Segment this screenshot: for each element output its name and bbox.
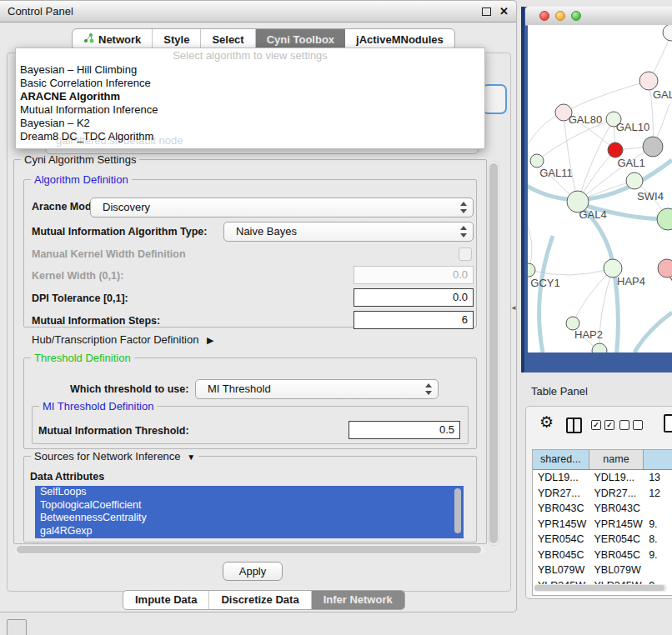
column-header-name[interactable]: name: [589, 450, 644, 469]
tab-cyni-toolbox[interactable]: Cyni Toolbox: [256, 29, 345, 49]
tab-infer-network[interactable]: Infer Network: [312, 591, 404, 609]
attributes-list-scrollbar[interactable]: [454, 488, 461, 533]
window-frame-edge: [521, 7, 524, 372]
minimize-traffic-light[interactable]: [555, 11, 565, 21]
list-item-gal4rgexp[interactable]: gal4RGexp: [35, 525, 464, 538]
algorithm-option-bayesian-hill-climbing[interactable]: Bayesian – Hill Climbing: [16, 63, 484, 77]
tab-impute-data[interactable]: Impute Data: [123, 591, 209, 609]
tab-jactivemnodules[interactable]: jActiveMNodules: [345, 29, 454, 49]
node-label-hap2: HAP2: [574, 328, 603, 341]
algorithm-option-mutual-information-inference[interactable]: Mutual Information Inference: [16, 103, 484, 117]
expand-right-icon[interactable]: ▶: [207, 335, 213, 345]
manual-kernel-label: Manual Kernel Width Definition: [32, 248, 186, 260]
network-node-gal11[interactable]: [530, 154, 544, 168]
settings-vertical-scrollbar[interactable]: [488, 161, 499, 546]
algorithm-option-bayesian-k2[interactable]: Bayesian – K2: [16, 117, 484, 130]
table-row[interactable]: YBL079WYBL079W: [533, 562, 672, 578]
tab-label: Cyni Toolbox: [267, 33, 334, 46]
tab-label: jActiveMNodules: [356, 33, 444, 46]
settings-horizontal-scrollbar[interactable]: [15, 545, 484, 554]
kernel-width-label: Kernel Width (0,1):: [32, 270, 123, 282]
node-label-gal: GAL: [653, 88, 672, 101]
network-node-gal[interactable]: [639, 72, 658, 90]
mi-threshold-label: Mutual Information Threshold:: [38, 425, 189, 437]
table-row[interactable]: YER054CYER054C8.: [533, 532, 672, 548]
table-horizontal-scrollbar[interactable]: [534, 584, 667, 592]
focused-combo-fragment[interactable]: [482, 84, 507, 114]
table-cell: YIL052C: [533, 593, 589, 596]
table-cell: YBL079W: [533, 562, 589, 578]
table-header-row: shared...name: [533, 450, 672, 470]
control-panel-titlebar[interactable]: Control Panel ✕: [0, 1, 516, 22]
mi-threshold-title: MI Threshold Definition: [39, 400, 157, 412]
network-node[interactable]: [643, 137, 663, 157]
data-attributes-list[interactable]: SelfLoopsTopologicalCoefficientBetweenne…: [35, 486, 464, 538]
floating-panel-button[interactable]: [7, 619, 27, 635]
table-row[interactable]: YDR27...YDR27...12: [533, 486, 672, 502]
network-window-titlebar[interactable]: [525, 7, 672, 26]
cyni-settings-title: Cyni Algorithm Settings: [21, 153, 139, 166]
node-attribute-table[interactable]: shared...name YDL19...YDL19...13YDR27...…: [532, 449, 672, 596]
collapse-down-icon[interactable]: ▼: [187, 452, 195, 462]
tab-discretize-data[interactable]: Discretize Data: [209, 591, 311, 609]
network-node[interactable]: [657, 208, 672, 230]
algorithm-option-aracne-algorithm[interactable]: ARACNE Algorithm: [16, 90, 484, 103]
dpi-tolerance-value: 0.0: [453, 289, 468, 306]
dpi-tolerance-field[interactable]: 0.0: [354, 288, 474, 307]
network-canvas[interactable]: GALGAL80GAL10GAL1SWI4GAL11GAL4GCY1HAP4YH…: [528, 25, 672, 352]
unchecked-pair-icon[interactable]: [619, 420, 643, 430]
mi-threshold-field[interactable]: 0.5: [349, 421, 460, 439]
cytoscape-desktop: Control Panel ✕ NetworkStyleSelectCyni T…: [0, 0, 672, 635]
network-node-gal1[interactable]: [608, 142, 623, 158]
sources-title[interactable]: Sources for Network Inference ▼: [31, 450, 198, 462]
table-cell: 12: [644, 486, 672, 502]
aracne-mode-select[interactable]: Discovery: [90, 198, 474, 218]
close-traffic-light[interactable]: [539, 11, 549, 21]
which-threshold-select[interactable]: MI Threshold: [195, 379, 439, 399]
algorithm-definition-title: Algorithm Definition: [31, 173, 132, 186]
list-item-selfloops[interactable]: SelfLoops: [35, 486, 464, 499]
network-node[interactable]: [592, 343, 607, 352]
list-item-betweennesscentrality[interactable]: BetweennessCentrality: [35, 512, 464, 525]
node-label-gal80: GAL80: [569, 113, 602, 126]
table-panel-window: ⚙ ✓✓ shared...name YDL19...YDL19...13YDR…: [525, 406, 672, 599]
network-node[interactable]: [663, 25, 672, 41]
network-icon: [83, 32, 94, 46]
close-icon[interactable]: ✕: [499, 1, 509, 22]
apply-button[interactable]: Apply: [223, 562, 283, 581]
data-attributes-label: Data Attributes: [30, 471, 104, 482]
document-icon[interactable]: [664, 414, 672, 432]
hub-definition-label: Hub/Transcription Factor Definition: [32, 333, 198, 346]
algorithm-dropdown-popup: Select algorithm to view settings Bayesi…: [15, 48, 485, 149]
which-threshold-label: Which threshold to use:: [70, 383, 188, 395]
tab-select[interactable]: Select: [201, 29, 255, 49]
algorithm-option-basic-correlation-inference[interactable]: Basic Correlation Inference: [16, 77, 484, 90]
hub-definition-toggle[interactable]: Hub/Transcription Factor Definition ▶: [32, 333, 213, 346]
checked-pair-icon[interactable]: ✓✓: [591, 420, 614, 430]
column-header-shared[interactable]: shared...: [533, 450, 589, 469]
network-node-swi4[interactable]: [626, 172, 643, 189]
columns-icon[interactable]: [566, 418, 582, 433]
table-cell: YBR045C: [589, 548, 644, 563]
mi-type-select[interactable]: Naive Bayes: [223, 222, 474, 242]
splitpane-collapse-icon[interactable]: ◄: [510, 304, 517, 312]
kernel-width-field[interactable]: 0.0: [354, 266, 474, 284]
tab-network[interactable]: Network: [73, 29, 153, 49]
network-node-gcy1[interactable]: [528, 263, 535, 277]
table-row[interactable]: YBR045CYBR045C9.: [533, 548, 672, 563]
algorithm-option-dream8-dc-tdc-algorithm[interactable]: Dream8 DC_TDC Algorithm: [16, 130, 484, 143]
table-row[interactable]: YIL052CYIL052C9: [533, 593, 672, 596]
table-row[interactable]: YBR043CYBR043C: [533, 501, 672, 517]
table-row[interactable]: YPR145WYPR145W9.: [533, 517, 672, 532]
tab-style[interactable]: Style: [153, 29, 201, 49]
mi-steps-field[interactable]: 6: [354, 311, 474, 329]
gear-icon[interactable]: ⚙: [539, 414, 554, 430]
network-view-window[interactable]: GALGAL80GAL10GAL1SWI4GAL11GAL4GCY1HAP4YH…: [521, 7, 672, 372]
float-window-icon[interactable]: [482, 8, 491, 16]
table-row[interactable]: YDL19...YDL19...13: [533, 470, 672, 486]
list-item-topologicalcoefficient[interactable]: TopologicalCoefficient: [35, 499, 464, 512]
manual-kernel-checkbox[interactable]: [459, 248, 472, 261]
zoom-traffic-light[interactable]: [571, 11, 581, 21]
threshold-definition-title: Threshold Definition: [31, 352, 134, 364]
column-header[interactable]: [644, 450, 672, 469]
